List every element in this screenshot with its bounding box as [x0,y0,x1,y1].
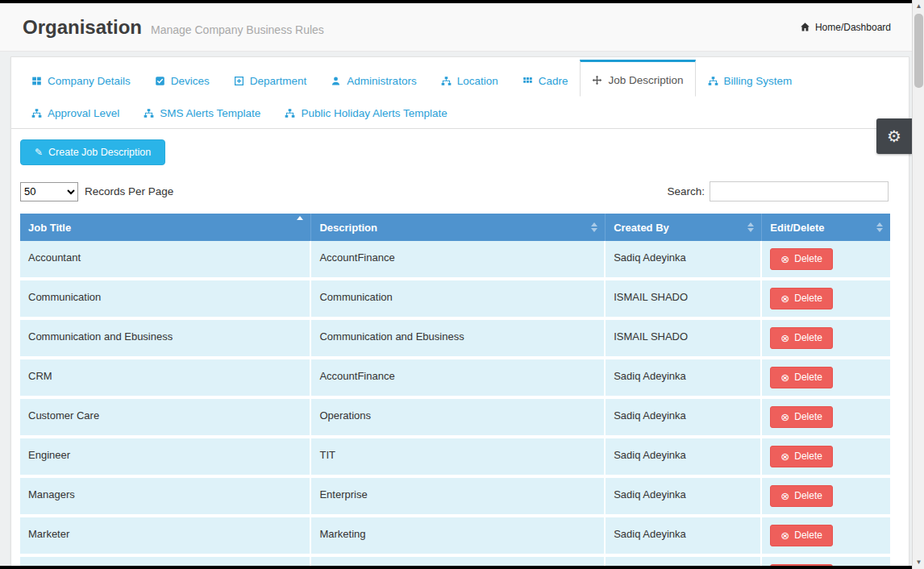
th-large-icon [31,76,42,86]
tab-cadre[interactable]: Cadre [510,64,581,97]
tab-devices[interactable]: Devices [143,64,222,97]
settings-gear-button[interactable]: ⚙ [876,118,912,154]
sort-icon [747,222,754,232]
sitemap-icon [31,108,42,118]
user-icon [331,76,341,86]
edit-delete-cell: ⊗Delete [762,399,890,438]
table-row: Managers Enterprise Sadiq Adeyinka ⊗Dele… [20,478,890,517]
description-cell: AccountFinance [311,359,606,399]
description-cell: Operations [311,399,606,438]
gear-icon: ⚙ [887,127,901,146]
job-description-table: Job Title Description Created By Edit/De… [20,214,890,569]
delete-circle-icon: ⊗ [780,254,789,264]
tab-company-details[interactable]: Company Details [19,64,143,97]
sitemap-icon [144,108,154,118]
created-by-cell: Sadiq Adeyinka [606,438,762,478]
column-header-job-title[interactable]: Job Title [20,214,311,241]
tab-label: Location [457,75,498,87]
app-window: Organisation Manage Company Business Rul… [0,0,924,569]
tab-department[interactable]: Department [222,64,319,97]
column-header-created-by[interactable]: Created By [606,214,762,241]
sort-icon [876,222,883,232]
job-title-cell: CRM [20,359,311,399]
delete-button[interactable]: ⊗Delete [770,327,833,349]
delete-button[interactable]: ⊗Delete [770,406,833,428]
table-header-row: Job Title Description Created By Edit/De… [20,214,890,241]
description-cell: Communication and Ebusiness [311,320,606,359]
tab-label: Billing System [724,75,793,87]
content-card: Company Details Devices Department Admin… [10,56,909,569]
table-row: Customer Care Operations Sadiq Adeyinka … [20,399,890,438]
tab-approval-level[interactable]: Approval Level [19,96,131,129]
column-header-description[interactable]: Description [311,214,606,241]
edit-delete-cell: ⊗Delete [762,241,890,280]
created-by-cell: Sadiq Adeyinka [606,478,762,517]
breadcrumb-label: Home/Dashboard [815,22,891,33]
delete-button[interactable]: ⊗Delete [770,248,833,270]
job-title-cell: Managers [20,478,311,517]
bottom-edge [0,566,912,569]
edit-delete-cell: ⊗Delete [762,438,890,478]
sitemap-icon [441,76,452,86]
search-label: Search: [667,185,705,197]
page-subtitle: Manage Company Business Rules [151,23,324,36]
delete-button[interactable]: ⊗Delete [770,446,833,467]
delete-button[interactable]: ⊗Delete [770,288,833,309]
tab-bar: Company Details Devices Department Admin… [11,57,909,129]
delete-button[interactable]: ⊗Delete [770,485,833,507]
table-row: Accountant AccountFinance Sadiq Adeyinka… [20,241,890,280]
delete-circle-icon: ⊗ [780,333,789,343]
delete-circle-icon: ⊗ [780,372,789,383]
tab-job-description[interactable]: Job Description [580,60,695,97]
edit-delete-cell: ⊗Delete [762,280,890,320]
tab-public-holiday-alerts-template[interactable]: Public Holiday Alerts Template [273,96,459,129]
records-per-page-label: Records Per Page [85,185,173,197]
scrollbar-up-button[interactable]: ▲ [913,0,924,13]
tab-label: Department [250,75,307,87]
create-job-description-button[interactable]: ✎ Create Job Description [20,139,165,165]
search-box: Search: [667,181,889,201]
table-controls: 50 Records Per Page Search: [20,181,889,201]
scrollbar-down-button[interactable]: ▼ [913,556,924,569]
description-cell: Marketing [311,517,606,557]
delete-button[interactable]: ⊗Delete [770,367,833,388]
created-by-cell: ISMAIL SHADO [606,280,762,320]
tab-label: Public Holiday Alerts Template [301,107,447,119]
records-per-page: 50 Records Per Page [20,182,173,201]
move-icon [592,75,602,85]
sitemap-icon [708,76,718,86]
tab-billing-system[interactable]: Billing System [696,64,805,97]
scrollbar-thumb[interactable] [914,14,923,88]
top-edge [0,0,912,3]
vertical-scrollbar[interactable]: ▲ ▼ [912,0,924,569]
tab-label: Devices [171,75,210,87]
table-row: Communication Communication ISMAIL SHADO… [20,280,890,320]
created-by-cell: Sadiq Adeyinka [606,517,762,557]
delete-circle-icon: ⊗ [780,412,789,422]
edit-delete-cell: ⊗Delete [762,517,890,557]
check-square-icon [155,76,165,86]
pencil-icon: ✎ [35,147,43,158]
tab-label: Approval Level [48,107,119,119]
description-cell: TIT [311,438,606,478]
tab-label: Job Description [608,74,683,86]
tab-label: SMS Alerts Template [160,107,260,119]
search-input[interactable] [710,181,889,201]
created-by-cell: Sadiq Adeyinka [606,399,762,438]
sitemap-icon [285,108,295,118]
breadcrumb[interactable]: Home/Dashboard [800,22,891,33]
tab-sms-alerts-template[interactable]: SMS Alerts Template [131,96,273,129]
column-header-edit-delete[interactable]: Edit/Delete [762,214,890,241]
delete-button[interactable]: ⊗Delete [770,525,833,546]
table-row: Marketer Marketing Sadiq Adeyinka ⊗Delet… [20,517,890,557]
table-row: Communication and Ebusiness Communicatio… [20,320,890,359]
records-per-page-select[interactable]: 50 [20,182,78,201]
description-cell: AccountFinance [311,241,606,280]
tab-administrators[interactable]: Administrators [318,64,428,97]
job-title-cell: Engineer [20,438,311,478]
description-cell: Enterprise [311,478,606,517]
edit-delete-cell: ⊗Delete [762,478,890,517]
tab-location[interactable]: Location [429,64,510,97]
title-wrap: Organisation Manage Company Business Rul… [23,16,324,39]
home-icon [800,22,810,32]
